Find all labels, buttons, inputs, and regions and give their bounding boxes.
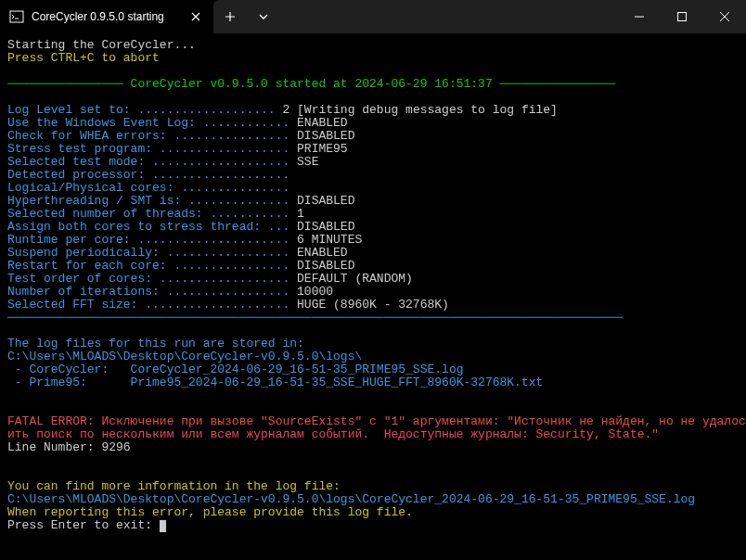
terminal-line: Hyperthreading / SMT is: .............. [7, 194, 289, 208]
terminal-line: Press CTRL+C to abort [7, 51, 160, 65]
terminal-line: Detected processor: ................... [7, 168, 289, 182]
tab-close-button[interactable] [187, 8, 204, 25]
terminal-line: Test order of cores: .................. [7, 272, 289, 286]
terminal-icon [9, 9, 24, 24]
terminal-line: Line Number: 9296 [7, 440, 131, 454]
maximize-button[interactable] [661, 0, 703, 33]
terminal-line: Runtime per core: ..................... [7, 233, 289, 247]
svg-rect-0 [10, 11, 23, 22]
terminal-line: You can find more information in the log… [7, 479, 341, 493]
terminal-error-line: FATAL ERROR: Исключение при вызове "Sour… [7, 414, 746, 428]
terminal-line: Selected test mode: ................... [7, 155, 289, 169]
terminal-value: DISABLED [289, 129, 354, 143]
terminal-output[interactable]: Starting the CoreCycler... Press CTRL+C … [0, 33, 746, 560]
terminal-line: Assign both cores to stress thread: ... [7, 220, 289, 234]
terminal-line: Logical/Physical cores: ............... [7, 181, 289, 195]
minimize-button[interactable] [618, 0, 661, 33]
terminal-value: 6 MINUTES [289, 233, 362, 247]
terminal-value: SSE [289, 155, 318, 169]
terminal-prompt: Press Enter to exit: [7, 518, 160, 532]
terminal-value: 2 [Writing debug messages to log file] [276, 103, 558, 117]
terminal-line: Suspend periodically: ................. [7, 246, 289, 260]
terminal-line: C:\Users\MLOADS\Desktop\CoreCycler-v0.9.… [7, 350, 362, 363]
terminal-value: DISABLED [289, 220, 354, 234]
terminal-value: DEFAULT (RANDOM) [289, 272, 413, 286]
terminal-line: Selected FFT size: .................... [7, 298, 289, 312]
terminal-value: PRIME95 [289, 142, 347, 156]
cursor-icon [160, 520, 166, 532]
terminal-line: When reporting this error, please provid… [7, 505, 413, 519]
terminal-line: Number of iterations: ................. [7, 285, 289, 299]
svg-rect-3 [678, 13, 687, 21]
terminal-line: The log files for this run are stored in… [7, 337, 304, 350]
new-tab-button[interactable] [213, 0, 247, 33]
tab-dropdown-button[interactable] [247, 0, 280, 33]
tab-active[interactable]: CoreCycler 0.9.5.0 starting [0, 0, 213, 33]
terminal-value: DISABLED [289, 194, 354, 208]
terminal-line: Restart for each core: ................ [7, 259, 289, 273]
terminal-value: HUGE (8960K - 32768K) [289, 298, 449, 312]
terminal-value: DISABLED [289, 259, 354, 273]
terminal-line: Starting the CoreCycler... [7, 38, 196, 52]
terminal-line: ──────────────── CoreCycler v0.9.5.0 sta… [7, 77, 615, 91]
terminal-line: Use the Windows Event Log: ............ [7, 116, 289, 130]
terminal-line: Log Level set to: ................... [7, 103, 276, 117]
terminal-line: ────────────────────────────────────────… [7, 311, 623, 325]
terminal-value: ENABLED [289, 246, 347, 260]
terminal-value: 1 [289, 207, 304, 221]
close-button[interactable] [703, 0, 746, 33]
tabbar [213, 0, 618, 33]
window-controls [618, 0, 746, 33]
terminal-line: Check for WHEA errors: ................ [7, 129, 289, 143]
terminal-line: C:\Users\MLOADS\Desktop\CoreCycler-v0.9.… [7, 492, 695, 506]
terminal-value: 10000 [289, 285, 333, 299]
titlebar: CoreCycler 0.9.5.0 starting [0, 0, 746, 33]
terminal-line: - Prime95: Prime95_2024-06-29_16-51-35_S… [7, 375, 543, 389]
terminal-line: - CoreCycler: CoreCycler_2024-06-29_16-5… [7, 363, 463, 376]
terminal-line: Selected number of threads: ........... [7, 207, 289, 221]
terminal-value: ENABLED [289, 116, 347, 130]
terminal-error-line: ить поиск по нескольким или всем журнала… [7, 427, 659, 441]
tab-title: CoreCycler 0.9.5.0 starting [32, 10, 180, 23]
terminal-line: Stress test program: .................. [7, 142, 289, 156]
